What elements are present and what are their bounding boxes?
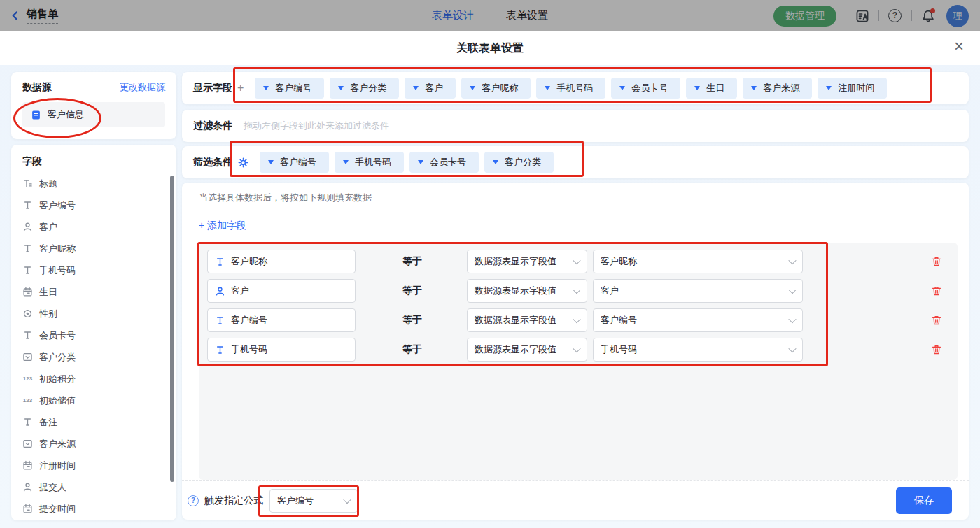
select-icon [22, 438, 33, 449]
rule-operator: 等于 [402, 343, 423, 356]
bell-icon[interactable] [921, 9, 935, 23]
add-display-field-button[interactable]: + [237, 82, 244, 94]
field-item[interactable]: 客户昵称 [11, 238, 176, 259]
field-item-label: 生日 [39, 286, 57, 299]
field-item-label: 性别 [39, 308, 57, 320]
rule-value-select[interactable]: 客户 [593, 279, 803, 303]
field-tag[interactable]: 客户昵称 [461, 78, 531, 99]
field-item[interactable]: 提交时间 [11, 498, 176, 520]
field-tag[interactable]: 客户编号 [255, 78, 324, 99]
field-tag[interactable]: 客户来源 [743, 78, 812, 99]
change-datasource-link[interactable]: 更改数据源 [120, 81, 165, 94]
trash-icon[interactable] [931, 256, 942, 267]
gear-icon[interactable] [238, 157, 248, 168]
rule-value-select[interactable]: 客户编号 [593, 308, 803, 332]
field-item-label: 标题 [39, 178, 57, 190]
rule-field-box[interactable]: 客户昵称 [207, 250, 356, 273]
field-item[interactable]: 性别 [11, 303, 176, 324]
field-item-label: 初始积分 [39, 373, 76, 385]
filter-dropzone[interactable]: 拖动左侧字段到此处来添加过滤条件 [244, 120, 389, 132]
rule-rows: 客户昵称等于数据源表显示字段值客户昵称客户等于数据源表显示字段值客户客户编号等于… [199, 250, 958, 362]
add-field-link[interactable]: + 添加字段 [199, 220, 246, 232]
rule-field-box[interactable]: 手机号码 [207, 338, 356, 362]
rule-operator: 等于 [402, 255, 423, 268]
rule-source-select[interactable]: 数据源表显示字段值 [467, 308, 587, 332]
field-tag[interactable]: 会员卡号 [410, 152, 479, 173]
formula-select[interactable]: 客户编号 [270, 489, 358, 513]
rule-operator: 等于 [402, 314, 423, 327]
divider [878, 10, 879, 21]
field-item[interactable]: 客户来源 [11, 433, 176, 455]
rule-row: 客户编号等于数据源表显示字段值客户编号 [207, 308, 958, 332]
rule-source-select[interactable]: 数据源表显示字段值 [467, 338, 587, 362]
field-item-label: 客户 [39, 221, 57, 234]
radio-icon [22, 308, 33, 319]
avatar[interactable]: 理 [946, 5, 969, 27]
trash-icon[interactable] [931, 315, 942, 326]
help-icon[interactable] [888, 9, 902, 23]
number-icon: 123 [22, 373, 33, 384]
tag-label: 生日 [706, 82, 724, 94]
field-item-label: 备注 [39, 416, 57, 429]
tab-form-design[interactable]: 表单设计 [432, 9, 474, 22]
field-item[interactable]: 手机号码 [11, 259, 176, 281]
rules-card: 当选择具体数据后，将按如下规则填充数据 + 添加字段 客户昵称等于数据源表显示字… [182, 183, 969, 520]
scrollbar[interactable] [170, 176, 174, 482]
field-item[interactable]: 注册时间 [11, 455, 176, 476]
rule-value-select[interactable]: 手机号码 [593, 338, 803, 362]
field-tag[interactable]: 注册时间 [818, 78, 887, 99]
calendar-icon [22, 287, 33, 297]
rules-panel: 客户昵称等于数据源表显示字段值客户昵称客户等于数据源表显示字段值客户客户编号等于… [199, 243, 958, 480]
field-tag[interactable]: 生日 [686, 78, 737, 99]
notification-dot [930, 8, 935, 13]
field-item[interactable]: 客户分类 [11, 346, 176, 368]
fields-title: 字段 [11, 155, 176, 173]
field-tag[interactable]: 客户编号 [260, 152, 329, 173]
divider [182, 211, 969, 211]
field-item[interactable]: 123初始储值 [11, 390, 176, 411]
datasource-item[interactable]: 客户信息 [22, 102, 165, 127]
rule-source-select[interactable]: 数据源表显示字段值 [467, 250, 587, 273]
rule-field-box[interactable]: 客户编号 [207, 308, 356, 332]
field-item[interactable]: 客户编号 [11, 194, 176, 216]
field-item-label: 注册时间 [39, 459, 76, 472]
field-item[interactable]: 客户 [11, 216, 176, 238]
field-tag[interactable]: 手机号码 [536, 78, 606, 99]
rule-value-select[interactable]: 客户昵称 [593, 250, 803, 273]
tab-form-settings[interactable]: 表单设置 [506, 9, 548, 22]
caret-down-icon [338, 86, 344, 90]
trash-icon[interactable] [931, 285, 942, 297]
field-item[interactable]: 会员卡号 [11, 324, 176, 346]
close-icon[interactable]: × [954, 38, 964, 55]
field-item[interactable]: 生日 [11, 281, 176, 303]
field-item[interactable]: 标题 [11, 173, 176, 194]
field-tag[interactable]: 会员卡号 [611, 78, 680, 99]
field-item[interactable]: 123初始积分 [11, 368, 176, 390]
field-tag[interactable]: 手机号码 [335, 152, 404, 173]
tag-label: 手机号码 [355, 156, 391, 169]
rule-field-box[interactable]: 客户 [207, 279, 356, 303]
display-fields-row: 显示字段 + 客户编号客户分类客户客户昵称手机号码会员卡号生日客户来源注册时间 [182, 72, 969, 104]
tag-label: 注册时间 [838, 82, 874, 94]
save-button[interactable]: 保存 [896, 487, 952, 514]
trash-icon[interactable] [931, 344, 942, 355]
field-tag[interactable]: 客户分类 [484, 152, 554, 173]
question-icon[interactable] [188, 495, 199, 506]
translate-icon[interactable] [855, 9, 869, 23]
data-manage-button[interactable]: 数据管理 [774, 6, 836, 27]
back-button[interactable]: 销售单 [0, 8, 58, 24]
chevron-down-icon [573, 315, 580, 323]
rule-value: 客户 [601, 285, 619, 297]
field-item-label: 客户昵称 [39, 243, 76, 255]
field-item[interactable]: 备注 [11, 411, 176, 433]
text-icon [215, 315, 225, 326]
number-icon: 123 [22, 395, 33, 406]
display-fields-label: 显示字段 [193, 82, 232, 94]
rule-source-select[interactable]: 数据源表显示字段值 [467, 279, 587, 303]
field-tag[interactable]: 客户分类 [330, 78, 399, 99]
field-tag[interactable]: 客户 [405, 78, 456, 99]
field-item[interactable]: 提交人 [11, 476, 176, 498]
person-icon [22, 482, 33, 492]
tag-label: 会员卡号 [631, 82, 668, 94]
screen-field-tags: 客户编号手机号码会员卡号客户分类 [260, 152, 554, 173]
